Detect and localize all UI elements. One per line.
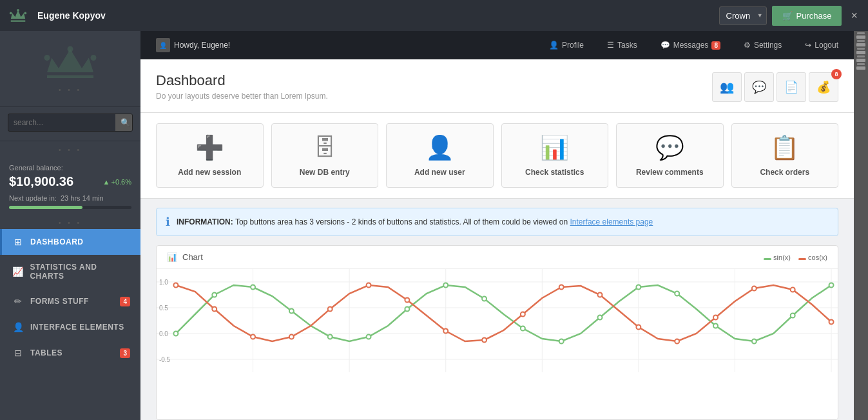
- check-stats-icon: 📊: [540, 134, 569, 161]
- scrollbar-line: [857, 48, 865, 50]
- balance-label: General balance:: [9, 164, 131, 172]
- settings-icon: ⚙: [744, 41, 751, 50]
- sidebar-item-dashboard[interactable]: ⊞ Dashboard: [0, 229, 140, 255]
- svg-point-54: [752, 286, 757, 291]
- topbar-greeting: 👤 Howdy, Eugene!: [151, 35, 235, 55]
- sidebar-item-statistics[interactable]: 📈 Statistics and Charts: [0, 255, 140, 288]
- sidebar-crown-logo: [38, 44, 102, 83]
- legend-cos: cos(x): [798, 254, 827, 261]
- svg-point-50: [598, 293, 603, 297]
- svg-point-41: [251, 335, 255, 339]
- scrollbar-line: [857, 32, 865, 34]
- svg-point-4: [68, 46, 73, 52]
- svg-point-49: [559, 285, 564, 290]
- info-label: INFORMATION:: [177, 217, 233, 226]
- dashboard-subtitle: Do your layouts deserve better than Lore…: [156, 92, 328, 101]
- svg-point-3: [44, 55, 50, 61]
- dash-billing-icon-btn[interactable]: 💰 8: [809, 72, 838, 102]
- chart-bar-icon: 📊: [167, 252, 177, 262]
- profile-icon: 👤: [549, 41, 559, 50]
- svg-point-29: [482, 297, 487, 301]
- svg-point-1: [17, 9, 19, 12]
- info-icon: ℹ: [166, 215, 170, 229]
- close-button[interactable]: ×: [847, 9, 862, 23]
- sidebar-item-interface[interactable]: 👤 Interface Elements: [0, 314, 140, 340]
- action-add-session[interactable]: ➕ Add new session: [156, 123, 264, 188]
- sidebar-item-label: Dashboard: [30, 237, 84, 246]
- svg-point-48: [521, 312, 525, 317]
- add-session-icon: ➕: [195, 134, 224, 161]
- topbar-messages[interactable]: 💬 Messages 8: [655, 38, 726, 52]
- svg-point-47: [482, 338, 487, 343]
- action-new-db[interactable]: 🗄 New DB entry: [271, 123, 379, 188]
- svg-point-44: [367, 283, 371, 288]
- header-left: Eugene Kopyov: [6, 4, 106, 27]
- header-right: Crown 🛒 Purchase ×: [719, 6, 862, 26]
- forms-badge: 4: [120, 297, 130, 306]
- right-scrollbar[interactable]: [854, 31, 868, 420]
- billing-badge: 8: [831, 69, 842, 79]
- greeting-text: Howdy, Eugene!: [174, 41, 230, 50]
- action-check-orders[interactable]: 📋 Check orders: [731, 123, 839, 188]
- quick-actions: ➕ Add new session 🗄 New DB entry 👤 Add n…: [140, 113, 854, 199]
- info-link[interactable]: Interface elements page: [570, 217, 653, 226]
- topbar-logout[interactable]: ↪ Logout: [800, 38, 844, 52]
- trend-icon: ▲: [103, 178, 110, 186]
- sidebar-item-label: Interface Elements: [30, 323, 124, 332]
- add-user-label: Add new user: [414, 168, 465, 177]
- action-review-comments[interactable]: 💬 Review comments: [616, 123, 724, 188]
- svg-point-40: [212, 307, 217, 312]
- dash-comments-icon-btn[interactable]: 💬: [744, 72, 774, 102]
- content-area: 👤 Howdy, Eugene! 👤 Profile ☰ Tasks 💬 Mes…: [140, 31, 854, 420]
- svg-point-26: [367, 335, 371, 339]
- svg-point-25: [328, 335, 333, 339]
- sidebar-logo-area: • • •: [0, 31, 140, 107]
- svg-point-37: [791, 314, 795, 318]
- crown-select-wrapper[interactable]: Crown: [719, 6, 767, 25]
- svg-point-53: [713, 315, 718, 320]
- add-session-label: Add new session: [178, 168, 241, 177]
- check-stats-label: Check statistics: [525, 168, 584, 177]
- tables-icon: ⊟: [12, 348, 24, 358]
- sidebar: • • • 🔍 • • • General balance: $10,900.3…: [0, 31, 140, 420]
- svg-point-46: [443, 329, 448, 334]
- info-text: Top buttons area has 3 versions - 2 kind…: [235, 217, 568, 226]
- sidebar-dots-3: • • •: [0, 217, 140, 229]
- sidebar-dots: • • •: [59, 86, 82, 94]
- topbar-tasks[interactable]: ☰ Tasks: [602, 38, 642, 52]
- action-check-stats[interactable]: 📊 Check statistics: [501, 123, 609, 188]
- interface-icon: 👤: [12, 322, 24, 332]
- cos-legend-dot: [798, 258, 806, 260]
- scrollbar-thick: [856, 35, 865, 39]
- topbar-profile[interactable]: 👤 Profile: [544, 38, 589, 52]
- add-user-icon: 👤: [425, 134, 454, 161]
- svg-text:0.5: 0.5: [159, 305, 168, 312]
- sidebar-item-forms[interactable]: ✏ Forms Stuff 4: [0, 288, 140, 314]
- info-bar: ℹ INFORMATION: Top buttons area has 3 ve…: [156, 208, 838, 236]
- svg-text:1.0: 1.0: [159, 279, 168, 286]
- svg-point-36: [752, 339, 757, 344]
- scrollbar-thick: [856, 66, 865, 70]
- crown-select[interactable]: Crown: [719, 6, 767, 25]
- svg-point-38: [829, 283, 834, 288]
- svg-point-27: [405, 307, 409, 312]
- dash-docs-icon-btn[interactable]: 📄: [776, 72, 806, 102]
- scrollbar-line: [857, 55, 865, 57]
- search-box: 🔍: [8, 114, 133, 132]
- sidebar-divider-1: [0, 141, 140, 141]
- dashboard-icon: ⊞: [12, 237, 24, 247]
- content-scroll: Dashboard Do your layouts deserve better…: [140, 59, 854, 420]
- topbar-settings[interactable]: ⚙ Settings: [738, 38, 787, 52]
- scrollbar-line: [857, 40, 865, 42]
- main-layout: • • • 🔍 • • • General balance: $10,900.3…: [0, 31, 868, 420]
- search-input[interactable]: [8, 114, 115, 131]
- search-button[interactable]: 🔍: [115, 114, 133, 131]
- action-add-user[interactable]: 👤 Add new user: [386, 123, 494, 188]
- purchase-button[interactable]: 🛒 Purchase: [772, 6, 842, 26]
- sidebar-item-label: Tables: [30, 348, 63, 357]
- dash-users-icon-btn[interactable]: 👥: [712, 72, 742, 102]
- review-comments-icon: 💬: [655, 134, 684, 161]
- new-db-icon: 🗄: [313, 134, 336, 161]
- sidebar-item-tables[interactable]: ⊟ Tables 3: [0, 340, 140, 366]
- forms-icon: ✏: [12, 296, 24, 306]
